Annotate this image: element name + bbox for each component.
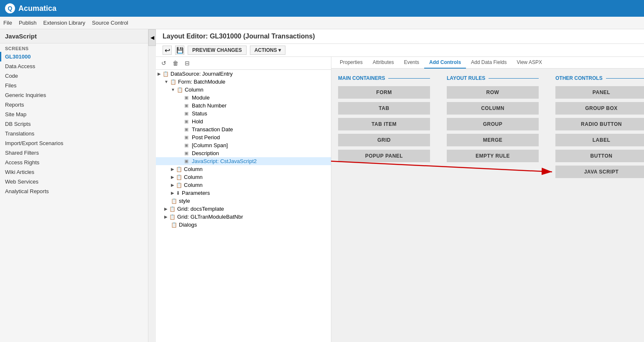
sidebar-title: JavaScript: [0, 29, 148, 43]
tree-content: ▶ 📋 DataSource: JournalEntry ▼ 📋 Form: B…: [156, 70, 331, 229]
parameters-label: Parameters: [182, 190, 210, 196]
filter-button[interactable]: ⊟: [183, 59, 192, 68]
tree-item[interactable]: ▣ [Column Span]: [156, 141, 331, 149]
popup-panel-control-btn[interactable]: POPUP PANEL: [338, 150, 430, 162]
tree-item[interactable]: ▶ 📋 Column: [156, 173, 331, 181]
javascript-icon: ▣: [184, 158, 188, 164]
menu-extension-library[interactable]: Extension Library: [43, 20, 85, 26]
preview-changes-button[interactable]: PREVIEW CHANGES: [188, 46, 247, 55]
sidebar-collapse-btn[interactable]: ◀: [148, 29, 156, 46]
tree-item[interactable]: ▶ 📋 Column: [156, 165, 331, 173]
layout-rules-section: LAYOUT RULES ROW COLUMN GROUP MERGE EMPT…: [447, 75, 539, 178]
layout-rules-title: LAYOUT RULES: [447, 75, 539, 81]
tree-item[interactable]: ▶ 📋 DataSource: JournalEntry: [156, 70, 331, 78]
grid-control-btn[interactable]: GRID: [338, 134, 430, 146]
row-control-btn[interactable]: ROW: [447, 86, 539, 99]
tab-properties[interactable]: Properties: [335, 57, 368, 69]
column-span-icon: ▣: [184, 143, 188, 148]
toolbar: ↩ 💾 PREVIEW CHANGES ACTIONS ▾: [156, 44, 644, 57]
tree-item[interactable]: 📋 Dialogs: [156, 221, 331, 229]
column2-label: Column: [184, 166, 203, 172]
group-control-btn[interactable]: GROUP: [447, 118, 539, 130]
undo-button[interactable]: ↩: [163, 46, 172, 55]
content-area: Layout Editor: GL301000 (Journal Transac…: [156, 29, 644, 342]
sidebar-item-access-rights[interactable]: Access Rights: [0, 158, 148, 167]
sidebar-item-site-map[interactable]: Site Map: [0, 110, 148, 119]
actions-button[interactable]: ACTIONS ▾: [250, 46, 285, 55]
sidebar-item-translations[interactable]: Translations: [0, 129, 148, 138]
column1-icon: 📋: [177, 87, 183, 93]
transaction-date-label: Transaction Date: [192, 126, 233, 133]
module-icon: ▣: [184, 95, 188, 100]
status-label: Status: [192, 110, 207, 117]
tree-item[interactable]: ▣ Post Period: [156, 133, 331, 141]
tab-add-controls[interactable]: Add Controls: [424, 57, 466, 69]
content-header: Layout Editor: GL301000 (Journal Transac…: [156, 29, 644, 44]
tab-add-data-fields[interactable]: Add Data Fields: [466, 57, 512, 69]
module-label: Module: [192, 94, 210, 101]
sidebar-item-files[interactable]: Files: [0, 81, 148, 90]
label-control-btn[interactable]: LABEL: [555, 134, 644, 146]
tab-item-control-btn[interactable]: TAB ITEM: [338, 118, 430, 130]
tree-item[interactable]: ▣ Transaction Date: [156, 125, 331, 133]
sidebar-item-web-services[interactable]: Web Services: [0, 177, 148, 186]
sidebar-item-db-scripts[interactable]: DB Scripts: [0, 119, 148, 129]
tab-events[interactable]: Events: [399, 57, 424, 69]
right-panel: Properties Attributes Events Add Control…: [331, 57, 644, 342]
tree-item[interactable]: ▶ ⬇ Parameters: [156, 189, 331, 197]
tree-item[interactable]: 📋 style: [156, 197, 331, 205]
java-script-control-btn[interactable]: JAVA SCRIPT: [555, 166, 644, 178]
tab-bar: Properties Attributes Events Add Control…: [331, 57, 644, 69]
tab-attributes[interactable]: Attributes: [368, 57, 399, 69]
tree-item[interactable]: ▼ 📋 Column: [156, 86, 331, 94]
tree-item[interactable]: ▶ 📋 Column: [156, 181, 331, 189]
sidebar-item-reports[interactable]: Reports: [0, 100, 148, 110]
datasource-icon: 📋: [163, 71, 169, 77]
tree-item[interactable]: ▣ Batch Number: [156, 102, 331, 110]
sidebar-item-gl301000[interactable]: GL301000: [0, 52, 148, 61]
radio-button-control-btn[interactable]: RADIO BUTTON: [555, 118, 644, 130]
parameters-icon: ⬇: [176, 190, 180, 196]
form-control-btn[interactable]: FORM: [338, 86, 430, 99]
style-icon: 📋: [171, 198, 177, 204]
tree-item[interactable]: ▶ 📋 Grid: GLTranModuleBatNbr: [156, 213, 331, 221]
sidebar-item-wiki-articles[interactable]: Wiki Articles: [0, 167, 148, 177]
refresh-button[interactable]: ↺: [159, 59, 168, 68]
sidebar-item-code[interactable]: Code: [0, 71, 148, 81]
panel-control-btn[interactable]: PANEL: [555, 86, 644, 99]
sidebar-item-data-access[interactable]: Data Access: [0, 61, 148, 71]
button-control-btn[interactable]: BUTTON: [555, 150, 644, 162]
tab-view-aspx[interactable]: View ASPX: [512, 57, 547, 69]
column4-icon: 📋: [176, 182, 182, 188]
batch-number-label: Batch Number: [192, 102, 227, 109]
tree-item[interactable]: ▣ Hold: [156, 117, 331, 125]
menu-publish[interactable]: Publish: [19, 20, 37, 26]
tab-control-btn[interactable]: TAB: [338, 102, 430, 115]
save-button[interactable]: 💾: [175, 46, 184, 55]
sidebar-item-import-export[interactable]: Import/Export Scenarios: [0, 138, 148, 148]
hold-label: Hold: [192, 118, 203, 125]
sidebar-item-shared-filters[interactable]: Shared Filters: [0, 148, 148, 158]
tree-item-javascript[interactable]: ▣ JavaScript: CstJavaScript2: [156, 157, 331, 165]
column-control-btn[interactable]: COLUMN: [447, 102, 539, 115]
tree-item[interactable]: ▼ 📋 Form: BatchModule: [156, 78, 331, 86]
tree-item[interactable]: ▣ Status: [156, 110, 331, 117]
dialogs-label: Dialogs: [179, 222, 197, 228]
sidebar: JavaScript SCREENS GL301000 Data Access …: [0, 29, 148, 342]
menu-file[interactable]: File: [3, 20, 12, 26]
column4-label: Column: [184, 182, 203, 188]
tree-item[interactable]: ▣ Module: [156, 94, 331, 102]
merge-control-btn[interactable]: MERGE: [447, 134, 539, 146]
sidebar-item-generic-inquiries[interactable]: Generic Inquiries: [0, 90, 148, 100]
group-box-control-btn[interactable]: GROUP BOX: [555, 102, 644, 115]
menu-source-control[interactable]: Source Control: [92, 20, 128, 26]
logo-text: Acumatica: [18, 4, 56, 13]
other-controls-section: OTHER CONTROLS PANEL GROUP BOX RADIO BUT…: [555, 75, 644, 178]
empty-rule-control-btn[interactable]: EMPTY RULE: [447, 150, 539, 162]
tree-item[interactable]: ▶ 📋 Grid: docsTemplate: [156, 205, 331, 213]
post-period-icon: ▣: [184, 135, 188, 140]
tree-item[interactable]: ▣ Description: [156, 149, 331, 157]
grid-docs-label: Grid: docsTemplate: [177, 206, 224, 212]
delete-button[interactable]: 🗑: [171, 59, 180, 68]
sidebar-item-analytical-reports[interactable]: Analytical Reports: [0, 186, 148, 196]
